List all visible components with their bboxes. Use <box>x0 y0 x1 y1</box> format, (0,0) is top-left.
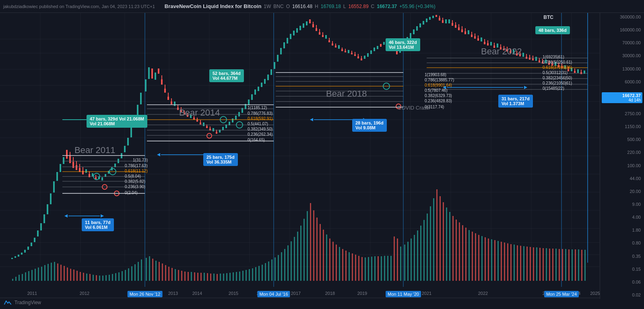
svg-rect-528 <box>459 222 460 281</box>
svg-rect-315 <box>464 31 466 34</box>
svg-rect-123 <box>155 73 156 80</box>
svg-rect-35 <box>11 258 13 259</box>
svg-rect-133 <box>171 102 172 104</box>
svg-rect-408 <box>70 269 71 281</box>
svg-rect-556 <box>549 249 550 281</box>
fib-2011-5: 0.5(8.04) <box>125 174 141 178</box>
fib-2011-1: 1(31.73) <box>133 158 148 162</box>
svg-rect-227 <box>322 35 324 37</box>
bear-2011-label: Bear 2011 <box>74 145 116 156</box>
svg-rect-543 <box>507 243 508 281</box>
tradingview-logo: TradingView <box>3 299 41 307</box>
fib-2018-382: 0.382(6329.73) <box>425 93 452 98</box>
svg-rect-438 <box>168 267 169 281</box>
svg-rect-409 <box>73 270 74 281</box>
fib-2011-382: 0.382(5.82) <box>125 179 145 184</box>
svg-rect-119 <box>148 67 150 79</box>
info-box-blue-2022: 31 bars, 217d Vol 1.373M <box>498 95 533 108</box>
fib-2014-786: 0.786(776.83) <box>248 111 272 116</box>
info-bar-2014-2: Vol 44.677M <box>213 76 241 81</box>
fib-2022-618: 0.618(37215|36) <box>543 65 572 70</box>
svg-rect-205 <box>287 38 288 44</box>
svg-rect-445 <box>191 272 192 281</box>
svg-rect-566 <box>581 250 582 281</box>
price-open: 16616.48 <box>292 4 312 9</box>
svg-rect-467 <box>262 265 263 281</box>
price-0-02: 0.02 <box>602 292 642 297</box>
svg-rect-225 <box>319 32 320 35</box>
fib-2022-382: 0.382(23456|50) <box>543 76 572 80</box>
svg-rect-484 <box>316 218 318 281</box>
svg-rect-83 <box>89 174 90 177</box>
svg-rect-520 <box>433 198 434 281</box>
svg-rect-81 <box>85 169 87 173</box>
price-30k: 30000.00 <box>602 53 642 58</box>
svg-rect-562 <box>568 249 570 281</box>
svg-rect-135 <box>174 102 175 106</box>
svg-rect-203 <box>283 42 285 48</box>
svg-rect-439 <box>171 268 173 281</box>
svg-rect-247 <box>354 54 356 56</box>
svg-rect-451 <box>210 274 211 281</box>
fib-2018-0: 0(3117.74) <box>425 105 444 109</box>
exchange: BNC <box>273 4 283 9</box>
svg-rect-526 <box>452 216 454 281</box>
svg-rect-323 <box>477 38 479 41</box>
svg-rect-107 <box>127 138 129 145</box>
svg-rect-518 <box>427 214 428 281</box>
svg-rect-560 <box>562 249 563 281</box>
svg-rect-525 <box>449 212 450 281</box>
svg-rect-455 <box>223 274 224 281</box>
svg-rect-491 <box>339 247 340 281</box>
svg-rect-490 <box>336 245 337 281</box>
svg-rect-481 <box>307 211 308 281</box>
fib-2022-236: 0.236(21050|61) <box>543 81 572 85</box>
bottom-bar: TradingView <box>0 298 600 309</box>
info-blue-2011-2: Vol 6.061M <box>85 225 111 230</box>
svg-rect-359 <box>535 57 537 61</box>
price-high: 16769.18 <box>321 4 341 9</box>
svg-rect-401 <box>47 264 49 281</box>
svg-rect-55 <box>43 214 45 223</box>
svg-rect-534 <box>478 235 479 281</box>
svg-rect-416 <box>96 275 97 281</box>
chart-area[interactable]: 2011 2012 2013 2014 2015 2016 2017 2018 … <box>0 13 600 299</box>
bear-2018-label: Bear 2018 <box>326 89 367 99</box>
svg-rect-523 <box>443 202 444 281</box>
fib-2014-1: 1(1185.12) <box>248 106 267 110</box>
svg-rect-501 <box>371 257 372 281</box>
svg-rect-426 <box>128 268 129 281</box>
svg-rect-489 <box>332 242 334 281</box>
svg-rect-351 <box>522 53 524 57</box>
svg-rect-59 <box>50 193 52 204</box>
svg-rect-327 <box>484 42 485 44</box>
svg-rect-479 <box>300 226 301 281</box>
svg-rect-397 <box>35 269 36 281</box>
svg-marker-606 <box>64 214 68 218</box>
price-1150: 1150.00 <box>602 124 642 129</box>
svg-rect-443 <box>184 272 186 281</box>
svg-rect-522 <box>440 196 441 281</box>
price-change: +55.96 (+0.34%) <box>399 4 435 9</box>
svg-rect-125 <box>158 68 159 74</box>
svg-rect-151 <box>200 122 201 124</box>
fib-2018-1: 1(19903.68) <box>425 73 446 77</box>
svg-rect-427 <box>131 266 132 281</box>
svg-rect-231 <box>328 40 330 42</box>
price-160k: 160000.00 <box>602 27 642 32</box>
svg-rect-253 <box>364 56 365 59</box>
fib-2011-618: 0.618(11.12) <box>125 169 148 173</box>
fib-2014-236: 0.236(262.34) <box>248 132 272 137</box>
svg-rect-63 <box>56 172 58 181</box>
price-axis: 360000.00 160000.00 70000.00 30000.00 13… <box>600 13 644 299</box>
svg-rect-41 <box>21 253 23 255</box>
svg-rect-353 <box>526 57 527 59</box>
svg-rect-512 <box>407 242 409 281</box>
svg-rect-229 <box>325 35 327 39</box>
svg-rect-193 <box>267 75 269 80</box>
svg-rect-450 <box>207 273 208 281</box>
fib-2011-236: 0.236(3.90) <box>125 185 145 189</box>
symbol-name: BraveNewCoin Liquid Index for Bitcoin <box>165 3 262 9</box>
svg-rect-387 <box>580 72 582 74</box>
svg-marker-616 <box>524 86 527 89</box>
